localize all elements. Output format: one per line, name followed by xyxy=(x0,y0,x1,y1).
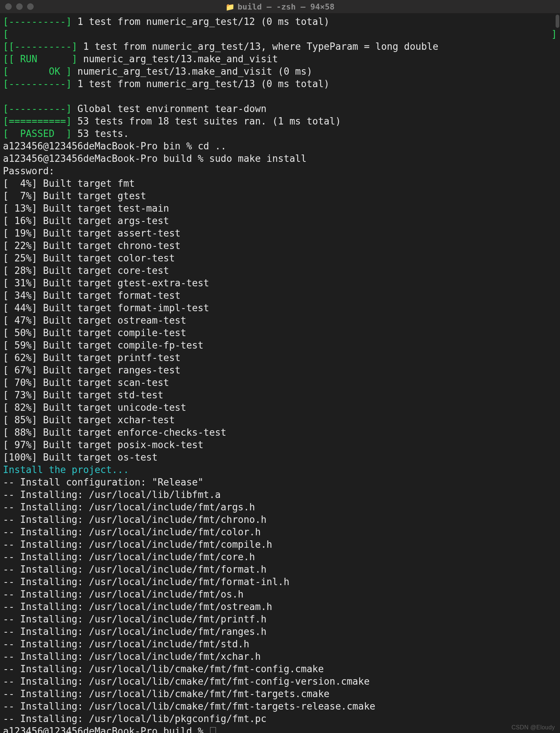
build-target-line: [ 4%] Built target fmt xyxy=(3,177,557,190)
build-target-line: [ 13%] Built target test-main xyxy=(3,202,557,215)
build-target-line: [ 59%] Built target compile-fp-test xyxy=(3,339,557,351)
build-target-line: [ 62%] Built target printf-test xyxy=(3,351,557,364)
install-file-line: -- Installing: /usr/local/include/fmt/st… xyxy=(3,638,557,650)
test-ok-line: [ OK ] numeric_arg_test/13.make_and_visi… xyxy=(3,65,557,78)
test-line: [----------] 1 test from numeric_arg_tes… xyxy=(3,78,557,90)
build-target-line: [ 97%] Built target posix-mock-test xyxy=(3,439,557,451)
build-target-line: [ 50%] Built target compile-test xyxy=(3,327,557,339)
install-file-line: -- Installing: /usr/local/lib/pkgconfig/… xyxy=(3,712,557,725)
window-title-text: build — -zsh — 94×58 xyxy=(238,2,335,11)
build-target-line: [ 16%] Built target args-test xyxy=(3,215,557,227)
install-file-line: -- Installing: /usr/local/include/fmt/co… xyxy=(3,526,557,538)
window-titlebar[interactable]: 📁build — -zsh — 94×58 xyxy=(0,0,560,13)
cursor xyxy=(210,727,216,733)
test-passed-line: [ PASSED ] 53 tests. xyxy=(3,127,557,140)
build-target-line: [ 67%] Built target ranges-test xyxy=(3,364,557,376)
blank-line xyxy=(3,90,557,103)
vertical-scrollbar[interactable] xyxy=(556,15,559,28)
traffic-lights xyxy=(5,3,34,10)
build-target-line: [100%] Built target os-test xyxy=(3,451,557,464)
install-file-line: -- Installing: /usr/local/include/fmt/os… xyxy=(3,600,557,613)
password-line: Password: xyxy=(3,165,557,177)
build-target-line: [ 70%] Built target scan-test xyxy=(3,376,557,389)
build-target-line: [ 7%] Built target gtest xyxy=(3,190,557,202)
install-file-line: -- Installing: /usr/local/lib/libfmt.a xyxy=(3,488,557,501)
install-file-line: -- Installing: /usr/local/include/fmt/fo… xyxy=(3,563,557,576)
build-target-line: [ 34%] Built target format-test xyxy=(3,289,557,302)
install-file-line: -- Installing: /usr/local/include/fmt/xc… xyxy=(3,650,557,663)
install-file-line: -- Installing: /usr/local/include/fmt/co… xyxy=(3,538,557,551)
zoom-window-button[interactable] xyxy=(27,3,34,10)
build-target-line: [ 22%] Built target chrono-test xyxy=(3,239,557,252)
install-file-line: -- Installing: /usr/local/include/fmt/co… xyxy=(3,551,557,563)
install-file-line: -- Installing: /usr/local/include/fmt/ch… xyxy=(3,513,557,526)
close-window-button[interactable] xyxy=(5,3,12,10)
build-target-line: [ 88%] Built target enforce-checks-test xyxy=(3,426,557,439)
install-header-line: Install the project... xyxy=(3,464,557,476)
folder-icon: 📁 xyxy=(225,3,235,11)
install-file-line: -- Installing: /usr/local/include/fmt/fo… xyxy=(3,576,557,588)
build-target-line: [ 28%] Built target core-test xyxy=(3,264,557,277)
test-teardown-line: [----------] Global test environment tea… xyxy=(3,103,557,115)
install-file-line: -- Installing: /usr/local/lib/cmake/fmt/… xyxy=(3,675,557,688)
test-run-line: [[ RUN ] numeric_arg_test/13.make_and_vi… xyxy=(3,53,557,65)
build-target-line: [ 19%] Built target assert-test xyxy=(3,227,557,239)
install-config-line: -- Install configuration: "Release" xyxy=(3,476,557,488)
build-target-line: [ 25%] Built target color-test xyxy=(3,252,557,264)
test-bracket-line: [] xyxy=(3,28,557,40)
build-target-line: [ 82%] Built target unicode-test xyxy=(3,401,557,414)
install-file-line: -- Installing: /usr/local/lib/cmake/fmt/… xyxy=(3,700,557,712)
build-target-line: [ 73%] Built target std-test xyxy=(3,389,557,401)
window-title: 📁build — -zsh — 94×58 xyxy=(0,2,560,11)
build-target-line: [ 31%] Built target gtest-extra-test xyxy=(3,277,557,289)
build-target-line: [ 47%] Built target ostream-test xyxy=(3,314,557,327)
install-file-line: -- Installing: /usr/local/include/fmt/pr… xyxy=(3,613,557,625)
test-line: [[----------] 1 test from numeric_arg_te… xyxy=(3,40,557,53)
test-line: [----------] 1 test from numeric_arg_tes… xyxy=(3,15,557,28)
install-file-line: -- Installing: /usr/local/include/fmt/ar… xyxy=(3,501,557,513)
test-summary-line: [==========] 53 tests from 18 test suite… xyxy=(3,115,557,127)
shell-prompt-line: a123456@123456deMacBook-Pro build % sudo… xyxy=(3,152,557,165)
install-file-line: -- Installing: /usr/local/lib/cmake/fmt/… xyxy=(3,663,557,675)
minimize-window-button[interactable] xyxy=(16,3,23,10)
shell-prompt-line: a123456@123456deMacBook-Pro bin % cd .. xyxy=(3,140,557,152)
build-target-line: [ 44%] Built target format-impl-test xyxy=(3,302,557,314)
install-file-line: -- Installing: /usr/local/include/fmt/os… xyxy=(3,588,557,600)
terminal-body[interactable]: [----------] 1 test from numeric_arg_tes… xyxy=(0,13,560,733)
watermark-text: CSDN @Eloudy xyxy=(511,724,555,731)
build-target-line: [ 85%] Built target xchar-test xyxy=(3,414,557,426)
install-file-line: -- Installing: /usr/local/lib/cmake/fmt/… xyxy=(3,688,557,700)
install-file-line: -- Installing: /usr/local/include/fmt/ra… xyxy=(3,625,557,638)
shell-prompt-line[interactable]: a123456@123456deMacBook-Pro build % xyxy=(3,725,557,733)
terminal-window: 📁build — -zsh — 94×58 [----------] 1 tes… xyxy=(0,0,560,733)
